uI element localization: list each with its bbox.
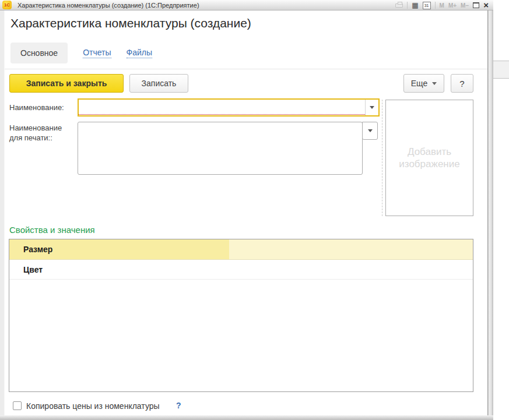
chevron-down-icon <box>370 106 374 109</box>
tab-otchety[interactable]: Отчеты <box>83 48 111 58</box>
titlebar: 1С Характеристика номенклатуры (создание… <box>0 0 493 10</box>
table-row[interactable]: Цвет <box>9 260 473 280</box>
close-icon[interactable]: × <box>483 1 489 9</box>
tab-osnovnoe[interactable]: Основное <box>10 43 68 63</box>
property-name-cell[interactable]: Размер <box>9 239 229 259</box>
titlebar-separator <box>407 2 408 9</box>
background-toolbar-strip <box>493 61 509 79</box>
chevron-down-icon <box>368 129 373 132</box>
titlebar-controls: ▦ 31 М М+ М− × <box>395 0 489 10</box>
copy-prices-checkbox[interactable] <box>13 401 22 410</box>
more-button-label: Еще <box>411 79 428 88</box>
memory-m-button[interactable]: М <box>440 2 444 9</box>
save-button[interactable]: Записать <box>129 74 188 93</box>
save-and-close-button[interactable]: Записать и закрыть <box>9 74 124 93</box>
window-border-bottom <box>0 415 493 420</box>
print-name-field-label: Наименование для печати:: <box>9 123 75 143</box>
page-title: Характеристика номенклатуры (создание) <box>10 16 251 30</box>
more-button[interactable]: Еще <box>403 74 444 93</box>
1c-logo-icon: 1С <box>2 1 12 9</box>
copy-prices-label: Копировать цены из номенклатуры <box>26 401 160 411</box>
screen: 1С Характеристика номенклатуры (создание… <box>0 0 509 420</box>
help-button[interactable]: ? <box>451 74 473 93</box>
memory-m-minus-button[interactable]: М− <box>461 2 469 9</box>
tab-faily[interactable]: Файлы <box>127 48 152 58</box>
properties-table: Размер Цвет <box>9 239 473 392</box>
table-row[interactable]: Размер <box>9 239 473 260</box>
name-dropdown-button[interactable] <box>365 100 378 115</box>
1c-logo-text: 1С <box>4 2 10 8</box>
chevron-down-icon <box>432 82 437 85</box>
print-name-dropdown-button[interactable] <box>362 122 378 140</box>
background-window <box>493 0 509 420</box>
titlebar-separator <box>435 2 436 9</box>
property-value-cell[interactable] <box>229 239 473 259</box>
property-name-cell[interactable]: Цвет <box>9 260 229 279</box>
maximize-icon[interactable] <box>473 2 479 8</box>
window-border-right <box>487 10 493 420</box>
calculator-icon[interactable]: ▦ <box>412 2 418 9</box>
name-field-label: Наименование: <box>9 103 64 112</box>
print-name-input[interactable] <box>78 122 363 175</box>
dialog-window: 1С Характеристика номенклатуры (создание… <box>0 0 493 420</box>
name-input[interactable] <box>78 98 380 117</box>
property-value-cell[interactable] <box>229 260 473 279</box>
memory-m-plus-button[interactable]: М+ <box>448 2 457 9</box>
print-icon[interactable] <box>395 3 403 8</box>
copy-prices-help-link[interactable]: ? <box>176 401 181 410</box>
header-separator <box>5 69 487 69</box>
form-splitter[interactable] <box>382 100 382 216</box>
window-title: Характеристика номенклатуры (создание) (… <box>17 0 199 10</box>
add-image-area[interactable]: Добавить изображение <box>385 100 473 216</box>
properties-section-title: Свойства и значения <box>9 225 95 235</box>
name-input-text[interactable] <box>79 100 365 115</box>
calendar-icon[interactable]: 31 <box>423 2 431 9</box>
window-border-left <box>0 10 5 420</box>
tabs-bar: Основное Отчеты Файлы <box>10 42 152 63</box>
